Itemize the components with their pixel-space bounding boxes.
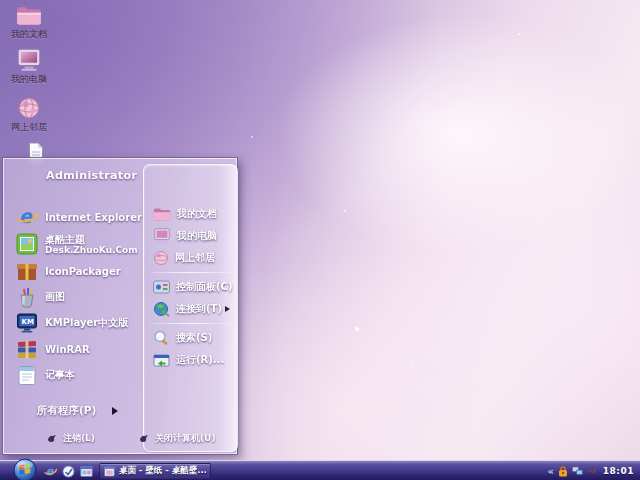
windows-start-orb-icon <box>13 458 37 480</box>
start-menu-item-control-panel[interactable]: 控制面板(C) <box>144 276 237 298</box>
quick-launch-show-desktop-icon[interactable] <box>62 465 75 478</box>
menu-item-label: 画图 <box>45 290 65 304</box>
quick-launch-bar: e » <box>44 461 106 480</box>
system-tray: « 18:01 <box>543 461 638 480</box>
my-computer-icon <box>16 48 42 72</box>
log-off-icon <box>47 434 57 443</box>
start-menu-item-paint[interactable]: 画图 <box>7 284 142 310</box>
run-icon <box>153 352 170 368</box>
menu-item-label: 连接到(T) <box>176 302 222 316</box>
start-menu: Administrator 我的文档 我的电脑 <box>2 157 238 455</box>
paint-cup-icon <box>16 286 38 308</box>
taskbar-clock[interactable]: 18:01 <box>603 466 634 476</box>
svg-text:KM: KM <box>22 318 34 326</box>
my-computer-icon <box>153 228 171 244</box>
menu-item-label: 控制面板(C) <box>176 280 232 294</box>
start-menu-item-network-places[interactable]: 网上邻居 <box>144 247 237 269</box>
desktop-icon-label: 网上邻居 <box>11 122 47 132</box>
search-icon <box>153 330 170 346</box>
tray-expand-chevron[interactable]: « <box>547 466 553 477</box>
desktop-icon-my-computer[interactable]: 我的电脑 <box>0 48 58 84</box>
taskbar: e » 桌面 - 壁纸 - 桌酷壁... <box>0 460 640 480</box>
start-menu-item-connect-to[interactable]: 连接到(T) <box>144 298 237 320</box>
desktop-sparkles <box>0 0 2 2</box>
task-button-label: 桌面 - 壁纸 - 桌酷壁... <box>119 465 206 477</box>
start-menu-item-search[interactable]: 搜索(S) <box>144 327 237 349</box>
desktop-icon-network-places[interactable]: 网上邻居 <box>0 96 58 132</box>
connect-to-icon <box>153 301 170 317</box>
wallpaper-window-icon <box>104 466 115 477</box>
all-programs-button[interactable]: 所有程序(P) <box>37 404 118 418</box>
start-menu-user-name: Administrator <box>46 169 137 182</box>
start-menu-item-internet-explorer[interactable]: e Internet Explorer <box>7 204 142 230</box>
menu-item-label: KMPlayer中文版 <box>45 316 128 330</box>
theme-picture-icon <box>16 233 38 255</box>
start-menu-item-my-documents[interactable]: 我的文档 <box>144 203 237 225</box>
start-menu-item-winrar[interactable]: WinRAR <box>7 336 142 362</box>
start-menu-item-kmplayer[interactable]: KM KMPlayer中文版 <box>7 310 142 336</box>
desktop-icon-my-documents[interactable]: 我的文档 <box>0 5 58 39</box>
start-menu-item-zhuoku-theme[interactable]: 桌酷主题 Desk.ZhuoKu.Com <box>7 230 142 258</box>
submenu-arrow-icon <box>225 306 230 312</box>
start-menu-item-my-computer[interactable]: 我的电脑 <box>144 225 237 247</box>
start-menu-right-panel: 我的文档 我的电脑 网上邻居 <box>143 164 238 452</box>
all-programs-arrow-icon <box>112 407 118 415</box>
notepad-icon <box>16 364 38 386</box>
iconpackager-box-icon <box>16 260 38 282</box>
menu-item-label: 桌酷主题 Desk.ZhuoKu.Com <box>45 234 138 255</box>
tray-volume-icon[interactable] <box>587 466 597 476</box>
taskbar-task-button[interactable]: 桌面 - 壁纸 - 桌酷壁... <box>99 463 211 479</box>
winrar-books-icon <box>16 338 38 360</box>
my-documents-folder-icon <box>16 5 42 27</box>
shut-down-button[interactable]: 关闭计算机(U) <box>139 432 216 445</box>
menu-item-label: 网上邻居 <box>175 251 215 265</box>
start-menu-item-notepad[interactable]: 记事本 <box>7 362 142 388</box>
tray-network-icon[interactable] <box>572 466 583 476</box>
log-off-button[interactable]: 注销(L) <box>47 432 95 445</box>
quick-launch-internet-explorer-icon[interactable]: e <box>44 465 57 478</box>
menu-separator <box>151 272 230 273</box>
quick-launch-browser-window-icon[interactable] <box>80 465 93 478</box>
menu-item-label: 我的文档 <box>177 207 217 221</box>
svg-text:e: e <box>19 206 33 227</box>
start-menu-item-run[interactable]: 运行(R)... <box>144 349 237 371</box>
menu-item-label: 运行(R)... <box>176 353 224 367</box>
start-button[interactable] <box>13 458 37 480</box>
svg-text:e: e <box>46 465 55 478</box>
kmplayer-icon: KM <box>16 312 38 334</box>
start-menu-item-iconpackager[interactable]: IconPackager <box>7 258 142 284</box>
menu-item-label: IconPackager <box>45 266 121 277</box>
menu-separator <box>151 323 230 324</box>
menu-item-label: 记事本 <box>45 368 75 382</box>
start-menu-left-column: e Internet Explorer 桌酷主题 Desk.ZhuoKu.Com <box>7 204 142 388</box>
internet-explorer-icon: e <box>16 206 38 228</box>
menu-item-label: WinRAR <box>45 344 90 355</box>
menu-item-label: 搜索(S) <box>176 331 212 345</box>
my-documents-folder-icon <box>153 207 171 222</box>
network-places-icon <box>17 96 41 120</box>
desktop-icon-label: 我的电脑 <box>11 74 47 84</box>
control-panel-icon <box>153 279 170 295</box>
desktop-icon-label: 我的文档 <box>11 29 47 39</box>
menu-item-label: Internet Explorer <box>45 212 142 223</box>
log-off-label: 注销(L) <box>63 432 95 445</box>
shut-down-icon <box>139 434 149 443</box>
menu-item-label: 我的电脑 <box>177 229 217 243</box>
all-programs-label: 所有程序(P) <box>37 404 96 418</box>
shut-down-label: 关闭计算机(U) <box>155 432 216 445</box>
tray-lock-icon[interactable] <box>558 466 568 477</box>
start-menu-footer: 注销(L) 关闭计算机(U) <box>47 432 216 445</box>
network-places-icon <box>153 250 169 266</box>
desktop: 我的文档 我的电脑 网上邻居 Adminis <box>0 0 640 480</box>
